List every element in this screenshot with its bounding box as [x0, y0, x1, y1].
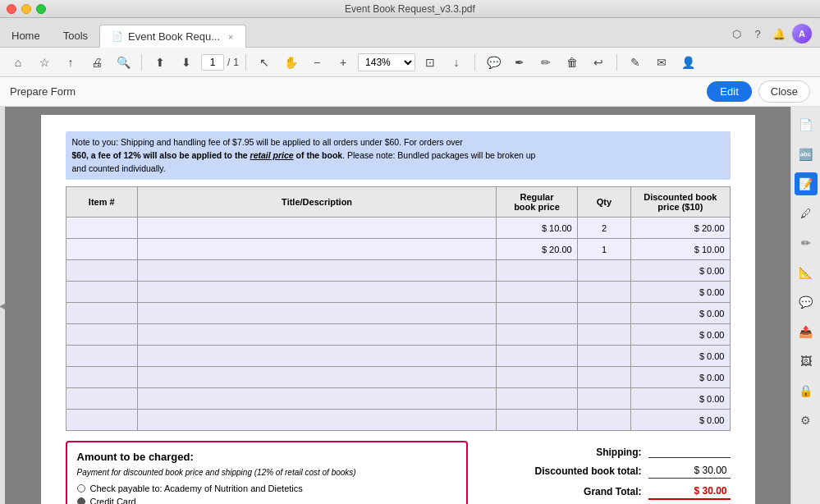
qty-input-6[interactable] [583, 349, 626, 363]
cursor-icon[interactable]: ↖ [253, 53, 276, 72]
next-page-icon[interactable]: ⬇ [175, 53, 198, 72]
upload-icon[interactable]: ↑ [59, 53, 82, 72]
qty-input-2[interactable] [583, 263, 626, 277]
item-input-0[interactable] [71, 221, 132, 235]
qty-input-4[interactable] [583, 306, 626, 320]
close-button[interactable] [7, 4, 16, 14]
item-input-4[interactable] [71, 306, 132, 320]
maximize-button[interactable] [36, 4, 46, 14]
price-input-6[interactable] [502, 349, 571, 363]
undo-icon[interactable]: ↩ [587, 53, 610, 72]
edit2-icon[interactable]: ✎ [624, 53, 647, 72]
tab-active[interactable]: 📄 Event Book Requ... × [99, 25, 245, 48]
radio-check[interactable] [77, 484, 85, 493]
title-input-4[interactable] [143, 306, 491, 320]
title-input-9[interactable] [143, 413, 491, 427]
sidebar-icon-form[interactable]: 📝 [795, 172, 818, 195]
title-input-8[interactable] [143, 392, 491, 405]
shipping-input[interactable] [648, 446, 731, 458]
title-input-0[interactable] [143, 221, 491, 235]
price-input-4[interactable] [502, 306, 571, 320]
bookmark-icon[interactable]: ☆ [33, 53, 56, 72]
pdf-area: Note to you: Shipping and handling fee o… [5, 107, 790, 504]
title-bar: Event Book Request_v3.3.pdf [0, 0, 820, 18]
sidebar-icon-comment[interactable]: 💬 [795, 291, 818, 314]
pen-icon[interactable]: ✒ [508, 53, 531, 72]
credit-label: Credit Card [90, 497, 136, 504]
title-input-5[interactable] [143, 328, 491, 341]
price-input-5[interactable] [502, 328, 571, 341]
item-input-9[interactable] [71, 413, 132, 427]
qty-input-7[interactable] [583, 370, 626, 384]
delete-icon[interactable]: 🗑 [561, 53, 584, 72]
qty-input-3[interactable] [583, 285, 626, 299]
qty-input-5[interactable] [583, 328, 626, 341]
zoom-out-icon[interactable]: − [305, 53, 328, 72]
qty-input-8[interactable] [583, 392, 626, 405]
title-input-1[interactable] [143, 242, 491, 256]
qty-input-9[interactable] [583, 413, 626, 427]
tab-close-icon[interactable]: × [228, 32, 233, 42]
table-row: $ 10.00 [66, 239, 730, 260]
zoom-select[interactable]: 143% 100% 75% 50% [358, 53, 415, 71]
search-icon[interactable]: 🔍 [112, 53, 135, 72]
sidebar-icon-text[interactable]: 🔤 [795, 143, 818, 166]
prepare-bar: Prepare Form Edit Close [0, 77, 820, 107]
zoom-in-icon[interactable]: + [332, 53, 355, 72]
radio-credit[interactable] [77, 497, 85, 504]
price-input-9[interactable] [502, 413, 571, 427]
home-icon[interactable]: ⌂ [7, 53, 30, 72]
header-qty: Qty [577, 187, 631, 218]
share-icon[interactable]: ⬡ [728, 25, 744, 42]
mail-icon[interactable]: ✉ [650, 53, 673, 72]
separator-3 [474, 54, 475, 71]
user-avatar[interactable]: A [792, 24, 812, 44]
sidebar-icon-organize[interactable]: 🖼 [795, 350, 818, 373]
edit-button[interactable]: Edit [707, 81, 751, 102]
help-icon[interactable]: ? [749, 25, 766, 42]
close-form-button[interactable]: Close [758, 80, 810, 103]
bell-icon[interactable]: 🔔 [771, 25, 787, 42]
item-input-7[interactable] [71, 370, 132, 384]
price-input-8[interactable] [502, 392, 571, 405]
minimize-button[interactable] [21, 4, 31, 14]
fit-page-icon[interactable]: ↓ [445, 53, 468, 72]
highlight-icon[interactable]: ✏ [534, 53, 557, 72]
fit-width-icon[interactable]: ⊡ [419, 53, 442, 72]
price-input-2[interactable] [502, 263, 571, 277]
title-input-7[interactable] [143, 370, 491, 384]
item-input-3[interactable] [71, 285, 132, 299]
tab-tools[interactable]: Tools [52, 25, 99, 47]
print-icon[interactable]: 🖨 [85, 53, 108, 72]
page-input[interactable] [201, 54, 224, 71]
sidebar-icon-edit[interactable]: ✏ [795, 231, 818, 254]
sidebar-icon-pen[interactable]: 🖊 [795, 202, 818, 225]
sidebar-icon-measure[interactable]: 📐 [795, 261, 818, 284]
sidebar-icon-doc[interactable]: 📄 [795, 113, 818, 136]
title-input-6[interactable] [143, 349, 491, 363]
price-input-1[interactable] [502, 242, 571, 256]
qty-input-0[interactable] [583, 221, 626, 235]
item-input-2[interactable] [71, 263, 132, 277]
discounted-label: Discounted book total: [511, 465, 642, 477]
page-total: 1 [233, 57, 239, 68]
item-input-5[interactable] [71, 328, 132, 341]
item-input-8[interactable] [71, 392, 132, 405]
user-icon[interactable]: 👤 [676, 53, 699, 72]
hand-icon[interactable]: ✋ [279, 53, 302, 72]
price-input-0[interactable] [502, 221, 571, 235]
prev-page-icon[interactable]: ⬆ [149, 53, 172, 72]
title-input-3[interactable] [143, 285, 491, 299]
title-input-2[interactable] [143, 263, 491, 277]
sidebar-icon-protect[interactable]: 🔒 [795, 379, 818, 402]
comment-icon[interactable]: 💬 [482, 53, 505, 72]
sidebar-icon-share[interactable]: 📤 [795, 320, 818, 343]
grand-label: Grand Total: [511, 486, 642, 497]
item-input-1[interactable] [71, 242, 132, 256]
price-input-7[interactable] [502, 370, 571, 384]
item-input-6[interactable] [71, 349, 132, 363]
tab-home[interactable]: Home [0, 25, 52, 47]
qty-input-1[interactable] [583, 242, 626, 256]
sidebar-icon-settings[interactable]: ⚙ [795, 409, 818, 432]
price-input-3[interactable] [502, 285, 571, 299]
